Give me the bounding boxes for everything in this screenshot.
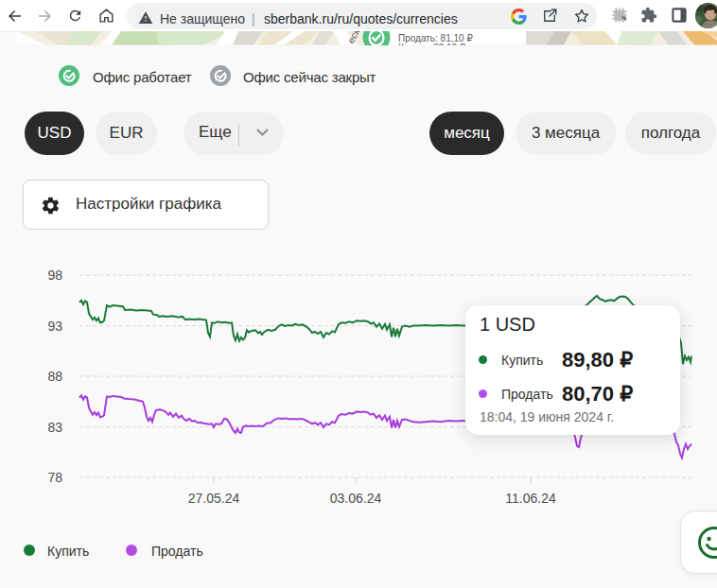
svg-text:Купить: 82,10 ₽: Купить: 82,10 ₽ — [398, 43, 466, 45]
svg-text:93: 93 — [47, 319, 62, 334]
svg-text:88: 88 — [47, 369, 62, 384]
svg-text:98: 98 — [47, 268, 62, 283]
svg-text:11.06.24: 11.06.24 — [505, 491, 556, 506]
svg-text:27.05.24: 27.05.24 — [188, 491, 240, 506]
svg-text:83: 83 — [47, 420, 62, 435]
svg-text:78: 78 — [47, 470, 62, 485]
svg-text:03.06.24: 03.06.24 — [330, 491, 382, 506]
